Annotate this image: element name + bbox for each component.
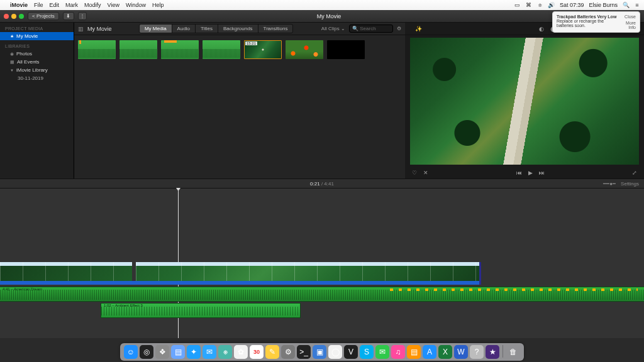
menubar-user[interactable]: Elsie Burns: [589, 2, 618, 8]
notification-title: Trackpad Batteries Very Low: [557, 14, 621, 19]
battery-icon[interactable]: ▭: [514, 2, 521, 8]
tab-backgrounds[interactable]: Backgrounds: [218, 24, 258, 33]
menu-modify[interactable]: Modify: [84, 2, 101, 8]
audio-track-2[interactable]: 1:02 – Ambient Effect 3: [101, 303, 301, 318]
dock-app-screenshot[interactable]: ▣: [313, 345, 326, 359]
projects-back-button[interactable]: < Projects: [28, 12, 59, 20]
window-controls: [4, 14, 24, 19]
dock-app-siri[interactable]: ◎: [140, 345, 153, 359]
browser-title: My Movie: [87, 26, 112, 32]
chevron-down-icon: ⌄: [341, 26, 345, 31]
sidebar-item-event-date[interactable]: 30-11-2019: [0, 74, 74, 82]
app-menu[interactable]: iMovie: [10, 2, 28, 8]
reject-icon[interactable]: ✕: [423, 170, 429, 176]
dock-app-chrome[interactable]: ◯: [328, 345, 342, 359]
toolbar-extra-button[interactable]: ⋮: [78, 12, 87, 20]
prev-clip-button[interactable]: ⏮: [516, 170, 522, 176]
preview-viewer[interactable]: [410, 38, 639, 165]
workspace: Project Media My Movie Libraries Photos …: [0, 23, 644, 178]
dock-app-messages[interactable]: ✉: [375, 345, 389, 359]
clip-audio-4[interactable]: [203, 40, 240, 59]
clip-audio-2[interactable]: [119, 40, 157, 59]
preview-controls: ♡ ✕ ⏮ ▶ ⏭ ⤢: [405, 167, 644, 178]
notification-moreinfo-button[interactable]: More Info: [621, 21, 636, 30]
dock-app-safari[interactable]: ✦: [187, 345, 201, 359]
browser-list-toggle[interactable]: ▥: [78, 26, 84, 32]
dock-app-vscode[interactable]: V: [344, 345, 358, 359]
battery-low-notification: Trackpad Batteries Very Low Replace or r…: [552, 11, 640, 33]
timeline[interactable]: 4:41 – American Dream 1:02 – Ambient Eff…: [0, 189, 644, 338]
sidebar: Project Media My Movie Libraries Photos …: [0, 23, 74, 178]
sidebar-item-imovie-library[interactable]: iMovie Library: [0, 66, 74, 74]
browser-settings-icon[interactable]: ⚙: [397, 26, 401, 31]
clip-duration-badge: 15:21: [245, 41, 257, 45]
dock-app-excel[interactable]: X: [438, 345, 452, 359]
dock-app-systempreferences[interactable]: ⚙: [281, 345, 295, 359]
window-close-button[interactable]: [4, 14, 9, 19]
window-zoom-button[interactable]: [19, 14, 24, 19]
dock-app-help[interactable]: ?: [470, 345, 484, 359]
dock-app-itunes[interactable]: ♫: [391, 345, 405, 359]
dock-app-finder[interactable]: ☺: [124, 345, 138, 359]
play-button[interactable]: ▶: [527, 170, 533, 176]
dock-separator: [502, 345, 503, 358]
video-track[interactable]: [0, 262, 479, 281]
dock-trash[interactable]: 🗑: [506, 345, 520, 359]
dock-app-ibooks[interactable]: ▤: [407, 345, 421, 359]
window-toolbar: < Projects ⬇ ⋮ My Movie: [0, 10, 644, 23]
dock-app-mail[interactable]: ✉: [203, 345, 216, 359]
clip-audio-3[interactable]: [161, 40, 199, 59]
tab-my-media[interactable]: My Media: [139, 24, 172, 33]
import-button[interactable]: ⬇: [63, 12, 74, 20]
dock-app-imovie[interactable]: ★: [486, 345, 499, 359]
search-input[interactable]: 🔍 Search: [349, 25, 393, 33]
dock: ☺◎❖▤✦✉⎈✿30✎⚙>_▣◯VS✉♫▤AXW?★🗑: [0, 343, 644, 361]
next-clip-button[interactable]: ⏭: [538, 170, 545, 176]
wifi-icon[interactable]: ⨳: [537, 2, 543, 8]
notification-center-icon[interactable]: ≡: [634, 2, 640, 8]
dock-app-launchpad[interactable]: ❖: [155, 345, 169, 359]
dock-app-word[interactable]: W: [454, 345, 468, 359]
enhance-icon[interactable]: ✨: [415, 26, 422, 32]
dock-app-photos[interactable]: ✿: [234, 345, 248, 359]
window-minimize-button[interactable]: [11, 14, 16, 19]
menubar-clock[interactable]: Sat 07:39: [560, 2, 584, 8]
volume-icon[interactable]: 🔊: [548, 2, 555, 8]
zoom-slider[interactable]: ━━●━: [603, 181, 616, 187]
clip-video-forest[interactable]: 15:21: [244, 40, 282, 59]
timeline-settings-button[interactable]: Settings: [621, 181, 639, 187]
menu-window[interactable]: Window: [126, 2, 146, 8]
fullscreen-icon[interactable]: ⤢: [631, 170, 638, 176]
notification-close-button[interactable]: Close: [621, 14, 636, 19]
menu-view[interactable]: View: [108, 2, 119, 8]
dock-app-preview1[interactable]: ▤: [171, 345, 185, 359]
tab-transitions[interactable]: Transitions: [258, 24, 294, 33]
dock-app-maps[interactable]: ⎈: [218, 345, 232, 359]
audio-track-1[interactable]: 4:41 – American Dream: [0, 287, 644, 302]
tab-audio[interactable]: Audio: [172, 24, 196, 33]
sidebar-item-my-movie[interactable]: My Movie: [0, 32, 74, 40]
sidebar-item-photos[interactable]: Photos: [0, 50, 74, 58]
dock-app-notes[interactable]: ✎: [265, 345, 279, 359]
window-title: My Movie: [91, 13, 567, 19]
dock-app-terminal[interactable]: >_: [297, 345, 311, 359]
menu-mark[interactable]: Mark: [65, 2, 78, 8]
menu-file[interactable]: File: [34, 2, 43, 8]
tab-titles[interactable]: Titles: [195, 24, 218, 33]
color-balance-icon[interactable]: ◐: [539, 26, 544, 32]
favorite-icon[interactable]: ♡: [411, 170, 418, 176]
clip-video-flowers[interactable]: [286, 40, 323, 59]
bluetooth-icon[interactable]: ⌘: [526, 2, 532, 8]
clip-black[interactable]: [327, 40, 365, 59]
clip-audio-1[interactable]: [78, 40, 116, 59]
dock-app-appstore[interactable]: A: [423, 345, 436, 359]
sidebar-item-all-events[interactable]: All Events: [0, 58, 74, 66]
dock-app-calendar[interactable]: 30: [250, 345, 264, 359]
dock-app-skype[interactable]: S: [360, 345, 374, 359]
menu-edit[interactable]: Edit: [50, 2, 60, 8]
spotlight-icon[interactable]: 🔍: [623, 2, 629, 8]
clip-filter-dropdown[interactable]: All Clips ⌄: [321, 26, 345, 31]
menu-help[interactable]: Help: [152, 2, 164, 8]
browser-toolbar: ▥ My Movie My Media Audio Titles Backgro…: [74, 23, 405, 35]
clip-end-marker: [479, 262, 481, 285]
